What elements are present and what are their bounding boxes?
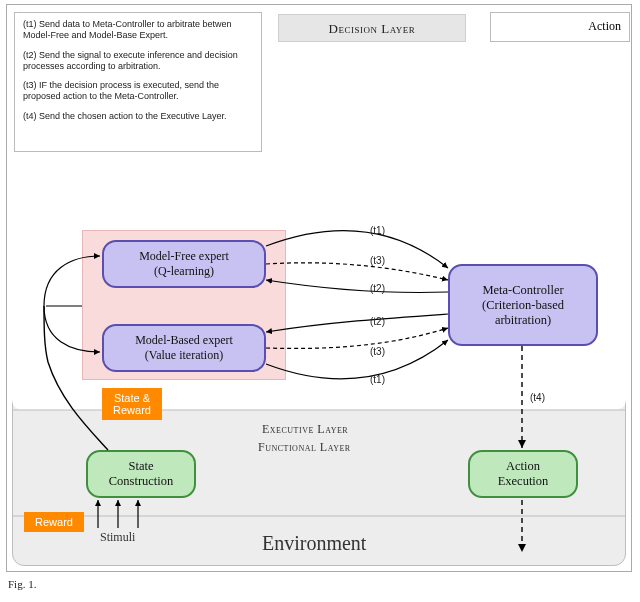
reward-tag: Reward [24,512,84,532]
action-legend: Action [490,12,630,42]
legend-t2: (t2) Send the signal to execute inferenc… [23,50,253,73]
tag-state-reward-l1: State & [114,392,150,404]
mb-expert-title: Model-Based expert [135,333,233,348]
stimuli-label: Stimuli [100,530,135,545]
meta-sub2: arbitration) [495,313,551,328]
tag-state-reward-l2: Reward [113,404,151,416]
environment-label: Environment [262,532,366,555]
state-title: State [129,459,154,474]
mb-expert-sub: (Value iteration) [145,348,223,363]
action-execution: Action Execution [468,450,578,498]
action-legend-label: Action [588,19,621,34]
t1-label-bottom: (t1) [370,374,385,385]
model-free-expert: Model-Free expert (Q-learning) [102,240,266,288]
legend-t3: (t3) IF the decision process is executed… [23,80,253,103]
mf-expert-sub: (Q-learning) [154,264,214,279]
state-reward-tag: State & Reward [102,388,162,420]
meta-title: Meta-Controller [482,283,563,298]
diagram-stage: (t1) Send data to Meta-Controller to arb… [0,0,640,602]
legend-t4: (t4) Send the chosen action to the Execu… [23,111,253,122]
executive-layer-label: Executive Layer [262,422,348,437]
state-sub: Construction [109,474,174,489]
meta-sub1: (Criterion-based [482,298,564,313]
state-construction: State Construction [86,450,196,498]
model-based-expert: Model-Based expert (Value iteration) [102,324,266,372]
t2-label-mb: (t2) [370,316,385,327]
action-sub: Execution [498,474,549,489]
caption-prefix: Fig. 1. [8,578,36,590]
legend-box: (t1) Send data to Meta-Controller to arb… [14,12,262,152]
decision-layer-title: Decision Layer [278,14,466,42]
t1-label-top: (t1) [370,225,385,236]
t2-label-mf: (t2) [370,283,385,294]
legend-t1: (t1) Send data to Meta-Controller to arb… [23,19,253,42]
t3-label-mf: (t3) [370,255,385,266]
functional-layer-label: Functional Layer [258,440,351,455]
t3-label-mb: (t3) [370,346,385,357]
tag-reward: Reward [35,516,73,528]
t4-label: (t4) [530,392,545,403]
action-title: Action [506,459,540,474]
figure-caption: Fig. 1. [8,578,36,590]
meta-controller: Meta-Controller (Criterion-based arbitra… [448,264,598,346]
mf-expert-title: Model-Free expert [139,249,229,264]
